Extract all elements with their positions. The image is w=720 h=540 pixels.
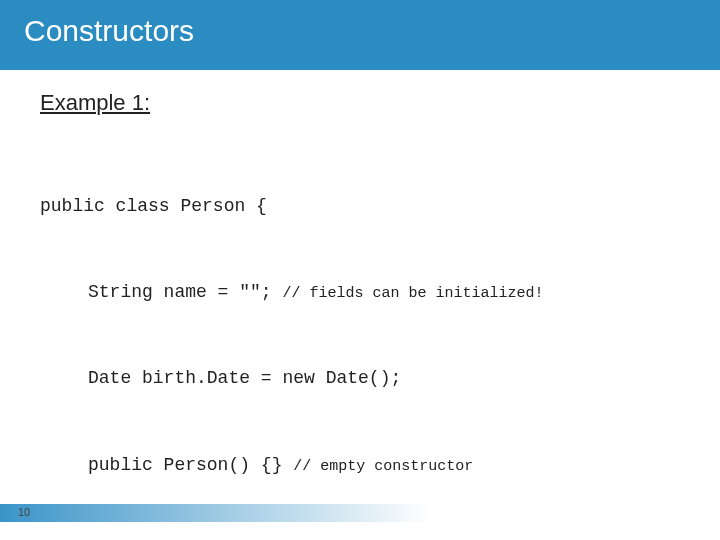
- footer-gradient-bar: [0, 504, 720, 522]
- example-heading: Example 1:: [40, 90, 680, 116]
- title-bar: Constructors: [0, 0, 720, 70]
- content-area: Example 1: public class Person { String …: [0, 70, 720, 540]
- code-line: public class Person {: [40, 192, 680, 221]
- code-line: Date birth.Date = new Date();: [40, 364, 680, 393]
- code-line: String name = ""; // fields can be initi…: [40, 278, 680, 307]
- page-number: 10: [18, 506, 30, 518]
- slide-title: Constructors: [24, 14, 720, 48]
- code-line: public Person() {} // empty constructor: [40, 451, 680, 480]
- code-block: public class Person { String name = ""; …: [40, 134, 680, 540]
